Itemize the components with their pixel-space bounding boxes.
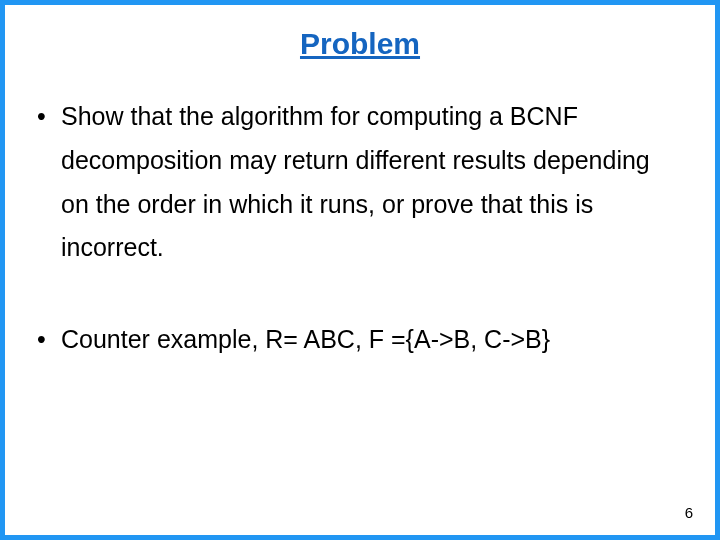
bullet-list: Show that the algorithm for computing a … xyxy=(37,95,683,362)
slide-frame: Problem Show that the algorithm for comp… xyxy=(0,0,720,540)
slide-title: Problem xyxy=(37,27,683,61)
bullet-item: Counter example, R= ABC, F ={A->B, C->B} xyxy=(37,318,683,362)
bullet-item: Show that the algorithm for computing a … xyxy=(37,95,683,270)
page-number: 6 xyxy=(685,504,693,521)
